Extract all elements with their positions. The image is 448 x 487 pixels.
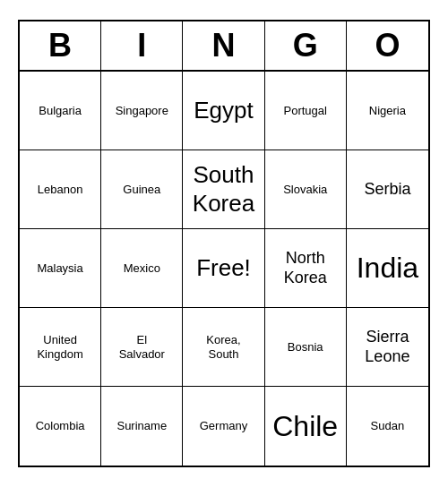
bingo-cell: ElSalvador [101,308,183,387]
header-letter: G [265,21,347,70]
bingo-cell: Suriname [101,387,183,466]
bingo-cell: Bulgaria [20,72,101,150]
cell-content: Singapore [116,104,168,118]
bingo-cell: SouthKorea [183,150,264,229]
cell-content: Korea,South [206,333,240,361]
cell-content: India [357,251,418,285]
bingo-cell: UnitedKingdom [20,308,101,387]
bingo-cell: NorthKorea [265,229,347,308]
bingo-cell: Colombia [20,387,101,466]
bingo-cell: Nigeria [347,72,428,150]
header-letter: I [101,21,183,70]
cell-content: SouthKorea [193,161,254,217]
bingo-cell: Guinea [101,150,183,229]
cell-content: Free! [196,254,251,282]
bingo-card: BINGO BulgariaSingaporeEgyptPortugalNige… [18,20,430,467]
cell-content: Mexico [124,261,160,276]
cell-content: Bosnia [288,340,323,355]
cell-content: Egypt [194,97,254,124]
bingo-cell: Serbia [347,150,428,229]
cell-content: Serbia [364,180,410,200]
cell-content: Germany [200,419,247,433]
bingo-cell: SierraLeone [347,308,428,387]
cell-content: Guinea [123,183,160,197]
cell-content: Sudan [371,419,405,433]
bingo-cell: Bosnia [265,308,347,387]
cell-content: UnitedKingdom [37,333,82,361]
bingo-cell: Germany [183,387,264,466]
header-letter: B [20,21,101,70]
header-letter: N [183,21,264,70]
cell-content: Bulgaria [39,104,82,118]
bingo-cell: India [347,229,428,308]
bingo-grid: BulgariaSingaporeEgyptPortugalNigeriaLeb… [20,72,428,466]
cell-content: NorthKorea [284,249,327,287]
cell-content: ElSalvador [119,333,165,361]
bingo-cell: Korea,South [183,308,264,387]
bingo-cell: Lebanon [20,150,101,229]
header-letter: O [347,21,428,70]
cell-content: Lebanon [38,183,83,197]
cell-content: SierraLeone [365,328,409,366]
cell-content: Chile [272,409,338,443]
cell-content: Portugal [283,104,326,118]
bingo-cell: Free! [183,229,264,308]
cell-content: Colombia [36,419,85,433]
cell-content: Suriname [116,419,167,433]
bingo-cell: Slovakia [265,150,347,229]
bingo-cell: Singapore [101,72,183,150]
bingo-cell: Malaysia [20,229,101,308]
bingo-cell: Sudan [347,387,428,466]
bingo-cell: Egypt [183,72,264,150]
bingo-cell: Portugal [265,72,347,150]
bingo-cell: Mexico [101,229,183,308]
bingo-header: BINGO [20,21,428,72]
cell-content: Malaysia [37,261,82,276]
bingo-cell: Chile [265,387,347,466]
cell-content: Nigeria [369,104,406,118]
cell-content: Slovakia [283,183,327,197]
